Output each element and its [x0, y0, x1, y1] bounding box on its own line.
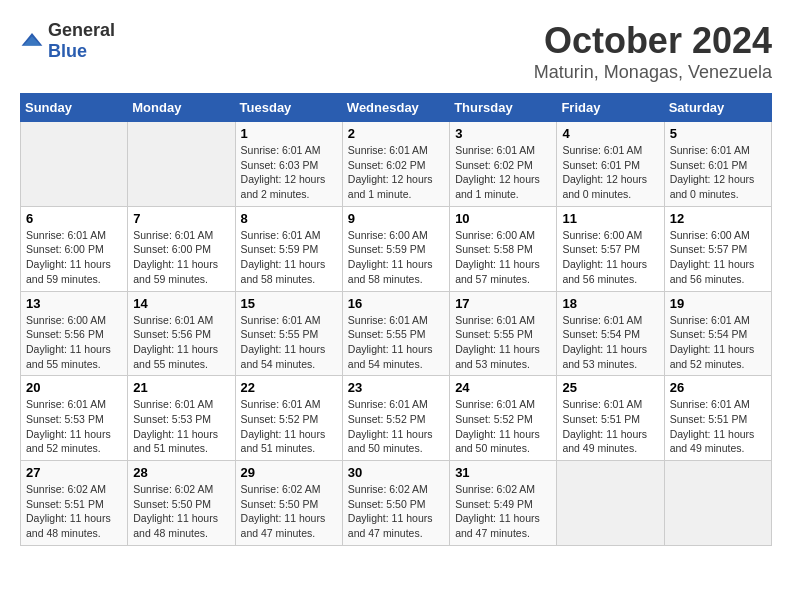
- calendar-cell: 1Sunrise: 6:01 AMSunset: 6:03 PMDaylight…: [235, 122, 342, 207]
- sunset-text: Sunset: 5:51 PM: [562, 413, 640, 425]
- sunset-text: Sunset: 5:54 PM: [670, 328, 748, 340]
- column-header-wednesday: Wednesday: [342, 94, 449, 122]
- sunset-text: Sunset: 5:56 PM: [133, 328, 211, 340]
- calendar-cell: 26Sunrise: 6:01 AMSunset: 5:51 PMDayligh…: [664, 376, 771, 461]
- day-number: 7: [133, 211, 229, 226]
- day-number: 6: [26, 211, 122, 226]
- sunrise-text: Sunrise: 6:01 AM: [455, 144, 535, 156]
- calendar-cell: 18Sunrise: 6:01 AMSunset: 5:54 PMDayligh…: [557, 291, 664, 376]
- sunrise-text: Sunrise: 6:01 AM: [241, 144, 321, 156]
- sunset-text: Sunset: 6:01 PM: [670, 159, 748, 171]
- sunset-text: Sunset: 6:01 PM: [562, 159, 640, 171]
- calendar-cell: 19Sunrise: 6:01 AMSunset: 5:54 PMDayligh…: [664, 291, 771, 376]
- sunset-text: Sunset: 5:55 PM: [241, 328, 319, 340]
- day-info: Sunrise: 6:02 AMSunset: 5:50 PMDaylight:…: [241, 482, 337, 541]
- day-number: 26: [670, 380, 766, 395]
- day-number: 29: [241, 465, 337, 480]
- day-number: 30: [348, 465, 444, 480]
- calendar-cell: 25Sunrise: 6:01 AMSunset: 5:51 PMDayligh…: [557, 376, 664, 461]
- day-info: Sunrise: 6:00 AMSunset: 5:59 PMDaylight:…: [348, 228, 444, 287]
- day-number: 21: [133, 380, 229, 395]
- day-info: Sunrise: 6:01 AMSunset: 5:52 PMDaylight:…: [241, 397, 337, 456]
- day-number: 5: [670, 126, 766, 141]
- daylight-text: Daylight: 11 hours and 47 minutes.: [455, 512, 540, 539]
- sunrise-text: Sunrise: 6:01 AM: [562, 144, 642, 156]
- daylight-text: Daylight: 11 hours and 50 minutes.: [455, 428, 540, 455]
- day-number: 2: [348, 126, 444, 141]
- sunrise-text: Sunrise: 6:01 AM: [133, 314, 213, 326]
- sunset-text: Sunset: 5:51 PM: [26, 498, 104, 510]
- day-info: Sunrise: 6:00 AMSunset: 5:57 PMDaylight:…: [562, 228, 658, 287]
- calendar-cell: 11Sunrise: 6:00 AMSunset: 5:57 PMDayligh…: [557, 206, 664, 291]
- day-info: Sunrise: 6:01 AMSunset: 6:01 PMDaylight:…: [562, 143, 658, 202]
- calendar-cell: [128, 122, 235, 207]
- day-info: Sunrise: 6:00 AMSunset: 5:57 PMDaylight:…: [670, 228, 766, 287]
- day-info: Sunrise: 6:00 AMSunset: 5:56 PMDaylight:…: [26, 313, 122, 372]
- calendar-cell: 21Sunrise: 6:01 AMSunset: 5:53 PMDayligh…: [128, 376, 235, 461]
- day-number: 17: [455, 296, 551, 311]
- day-number: 11: [562, 211, 658, 226]
- sunrise-text: Sunrise: 6:01 AM: [241, 229, 321, 241]
- calendar-week-5: 27Sunrise: 6:02 AMSunset: 5:51 PMDayligh…: [21, 461, 772, 546]
- sunset-text: Sunset: 5:59 PM: [348, 243, 426, 255]
- day-info: Sunrise: 6:01 AMSunset: 5:51 PMDaylight:…: [562, 397, 658, 456]
- calendar-cell: 7Sunrise: 6:01 AMSunset: 6:00 PMDaylight…: [128, 206, 235, 291]
- day-number: 15: [241, 296, 337, 311]
- column-header-saturday: Saturday: [664, 94, 771, 122]
- day-info: Sunrise: 6:01 AMSunset: 6:00 PMDaylight:…: [26, 228, 122, 287]
- column-header-friday: Friday: [557, 94, 664, 122]
- calendar-cell: 13Sunrise: 6:00 AMSunset: 5:56 PMDayligh…: [21, 291, 128, 376]
- calendar-cell: [664, 461, 771, 546]
- daylight-text: Daylight: 11 hours and 56 minutes.: [670, 258, 755, 285]
- calendar-week-1: 1Sunrise: 6:01 AMSunset: 6:03 PMDaylight…: [21, 122, 772, 207]
- sunrise-text: Sunrise: 6:01 AM: [562, 398, 642, 410]
- sunset-text: Sunset: 5:52 PM: [348, 413, 426, 425]
- daylight-text: Daylight: 11 hours and 55 minutes.: [133, 343, 218, 370]
- calendar-cell: 28Sunrise: 6:02 AMSunset: 5:50 PMDayligh…: [128, 461, 235, 546]
- daylight-text: Daylight: 11 hours and 51 minutes.: [133, 428, 218, 455]
- day-info: Sunrise: 6:02 AMSunset: 5:50 PMDaylight:…: [133, 482, 229, 541]
- day-info: Sunrise: 6:01 AMSunset: 6:03 PMDaylight:…: [241, 143, 337, 202]
- sunset-text: Sunset: 5:55 PM: [455, 328, 533, 340]
- sunrise-text: Sunrise: 6:01 AM: [348, 144, 428, 156]
- sunset-text: Sunset: 5:57 PM: [562, 243, 640, 255]
- day-info: Sunrise: 6:00 AMSunset: 5:58 PMDaylight:…: [455, 228, 551, 287]
- header-row: SundayMondayTuesdayWednesdayThursdayFrid…: [21, 94, 772, 122]
- calendar-cell: 31Sunrise: 6:02 AMSunset: 5:49 PMDayligh…: [450, 461, 557, 546]
- day-number: 20: [26, 380, 122, 395]
- sunrise-text: Sunrise: 6:02 AM: [455, 483, 535, 495]
- sunset-text: Sunset: 6:00 PM: [133, 243, 211, 255]
- calendar-cell: 22Sunrise: 6:01 AMSunset: 5:52 PMDayligh…: [235, 376, 342, 461]
- main-title: October 2024: [534, 20, 772, 62]
- daylight-text: Daylight: 11 hours and 59 minutes.: [133, 258, 218, 285]
- calendar-cell: 6Sunrise: 6:01 AMSunset: 6:00 PMDaylight…: [21, 206, 128, 291]
- sunset-text: Sunset: 5:51 PM: [670, 413, 748, 425]
- sunrise-text: Sunrise: 6:00 AM: [348, 229, 428, 241]
- day-number: 23: [348, 380, 444, 395]
- daylight-text: Daylight: 11 hours and 56 minutes.: [562, 258, 647, 285]
- sunset-text: Sunset: 5:53 PM: [26, 413, 104, 425]
- calendar-week-4: 20Sunrise: 6:01 AMSunset: 5:53 PMDayligh…: [21, 376, 772, 461]
- calendar-cell: [557, 461, 664, 546]
- daylight-text: Daylight: 11 hours and 48 minutes.: [26, 512, 111, 539]
- calendar-week-3: 13Sunrise: 6:00 AMSunset: 5:56 PMDayligh…: [21, 291, 772, 376]
- day-number: 4: [562, 126, 658, 141]
- daylight-text: Daylight: 12 hours and 0 minutes.: [670, 173, 755, 200]
- day-number: 12: [670, 211, 766, 226]
- calendar-cell: 24Sunrise: 6:01 AMSunset: 5:52 PMDayligh…: [450, 376, 557, 461]
- day-info: Sunrise: 6:01 AMSunset: 6:02 PMDaylight:…: [455, 143, 551, 202]
- sunset-text: Sunset: 5:50 PM: [133, 498, 211, 510]
- daylight-text: Daylight: 11 hours and 50 minutes.: [348, 428, 433, 455]
- calendar-cell: 15Sunrise: 6:01 AMSunset: 5:55 PMDayligh…: [235, 291, 342, 376]
- daylight-text: Daylight: 12 hours and 2 minutes.: [241, 173, 326, 200]
- sunset-text: Sunset: 5:56 PM: [26, 328, 104, 340]
- sunrise-text: Sunrise: 6:01 AM: [670, 398, 750, 410]
- calendar-cell: 2Sunrise: 6:01 AMSunset: 6:02 PMDaylight…: [342, 122, 449, 207]
- calendar-week-2: 6Sunrise: 6:01 AMSunset: 6:00 PMDaylight…: [21, 206, 772, 291]
- day-info: Sunrise: 6:01 AMSunset: 5:53 PMDaylight:…: [133, 397, 229, 456]
- daylight-text: Daylight: 11 hours and 57 minutes.: [455, 258, 540, 285]
- daylight-text: Daylight: 11 hours and 58 minutes.: [241, 258, 326, 285]
- logo-icon: [20, 31, 44, 51]
- day-number: 25: [562, 380, 658, 395]
- sunrise-text: Sunrise: 6:01 AM: [241, 398, 321, 410]
